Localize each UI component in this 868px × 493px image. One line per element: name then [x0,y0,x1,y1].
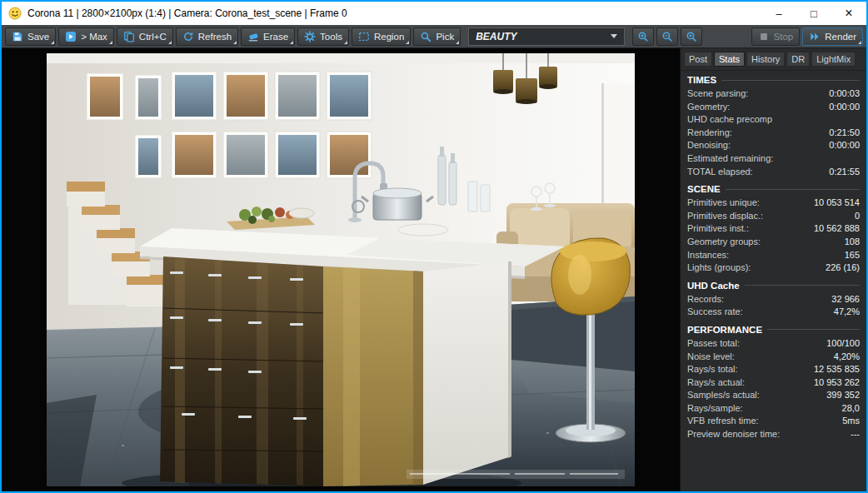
tab-dr[interactable]: DR [786,52,810,67]
title-bar: Corona 11 | 2800×2100px (1:4) | Camera: … [2,2,866,25]
render-icon [809,31,821,42]
stop-button[interactable]: Stop [751,27,801,46]
stat-label: Noise level: [687,351,735,364]
stat-row: Geometry:0:00:00 [687,101,860,114]
tools-label: Tools [320,32,342,42]
stat-label: Denoising: [687,139,731,152]
stop-icon [758,31,770,42]
stat-row: Instances:165 [687,249,860,262]
tab-stats[interactable]: Stats [714,52,745,67]
stat-value: 10 953 262 [814,376,860,390]
dropdown-caret-icon [168,41,172,44]
stat-value: 0 [855,210,860,223]
stat-value: 100/100 [826,337,860,351]
dropdown-caret-icon [858,41,861,44]
stat-row: TOTAL elapsed:0:21:55 [687,166,860,179]
tab-history[interactable]: History [746,52,785,67]
save-label: Save [27,32,49,42]
dropdown-caret-icon [51,41,54,44]
stat-value: 165 [845,249,860,262]
stats-section-header: TIMES [687,75,860,85]
stat-label: VFB refresh time: [687,415,759,428]
stat-label: UHD cache precomp [687,113,772,127]
render-viewport[interactable] [2,48,680,491]
channel-select-value: BEAUTY [476,31,516,42]
stat-value: --- [851,428,860,441]
stop-label: Stop [774,32,794,42]
stat-row: Denoising:0:00:00 [687,139,860,152]
erase-button[interactable]: Erase [241,27,295,46]
section-rule [767,329,860,330]
toolbar: Save> MaxCtrl+CRefreshEraseToolsRegionPi… [2,25,866,48]
stat-label: Primitives unique: [687,197,760,210]
stat-value: 10 562 888 [814,222,860,236]
stat-value: 12 535 835 [814,363,860,376]
gear-icon [304,31,316,42]
stat-row: Lights (groups):226 (16) [687,261,860,275]
copy-button[interactable]: Ctrl+C [117,27,173,46]
stats-section-title: SCENE [687,184,721,194]
panel-tabs: PostStatsHistoryDRLightMix [681,48,866,71]
stat-label: Rays/sample: [687,402,743,416]
stat-value: 10 053 514 [814,197,860,210]
tools-button[interactable]: Tools [297,27,349,46]
stat-row: Primitives inst.:10 562 888 [687,222,860,236]
side-panel: PostStatsHistoryDRLightMix TIMESScene pa… [680,48,866,491]
stat-row: Records:32 966 [687,293,860,306]
stats-section-title: PERFORMANCE [687,325,762,335]
to-max-button[interactable]: > Max [58,27,114,46]
stats-section-header: PERFORMANCE [687,325,860,335]
copy-icon [123,31,135,42]
stat-value: 32 966 [831,293,860,306]
stat-row: Estimated remaining: [687,152,860,166]
stat-label: Instances: [687,249,729,262]
channel-select[interactable]: BEAUTY [468,27,625,46]
stat-label: Scene parsing: [687,87,748,101]
pick-button[interactable]: Pick [413,27,461,46]
save-button[interactable]: Save [5,27,56,46]
stat-label: Geometry groups: [687,236,761,249]
erase-icon [247,31,259,42]
zoom-reset-icon [686,31,697,42]
render-button[interactable]: Render [802,27,863,46]
maximize-button[interactable]: □ [796,2,831,25]
stat-value: 5ms [842,415,860,428]
stat-label: Rays/s actual: [687,376,745,390]
stat-label: Geometry: [687,101,730,114]
stat-value: 0:00:00 [829,139,860,152]
stat-label: Preview denoiser time: [687,428,780,441]
region-button[interactable]: Region [352,27,411,46]
minimize-button[interactable]: – [761,2,796,25]
dropdown-caret-icon [344,41,347,44]
zoom-reset-button[interactable] [681,27,702,46]
close-button[interactable]: × [831,2,866,25]
stat-value: 226 (16) [826,261,860,275]
section-rule [721,80,860,81]
to-max-label: > Max [81,32,107,42]
smiley-icon [8,7,22,20]
stat-label: Rendering: [687,127,732,140]
zoom-out-button[interactable] [656,27,678,46]
refresh-icon [182,31,194,42]
stat-row: Noise level:4,20% [687,351,860,364]
refresh-button[interactable]: Refresh [176,27,238,46]
dropdown-caret-icon [109,41,112,44]
stat-label: Lights (groups): [687,261,751,275]
stat-row: Samples/s actual:399 352 [687,389,860,402]
stat-row: UHD cache precomp [687,113,860,127]
zoom-in-button[interactable] [632,27,654,46]
tab-post[interactable]: Post [684,52,712,67]
region-label: Region [374,32,404,42]
vfb-window: Corona 11 | 2800×2100px (1:4) | Camera: … [0,0,868,493]
stat-row: Success rate:47,2% [687,306,860,319]
stat-row: Scene parsing:0:00:03 [687,87,860,101]
dropdown-caret-icon [290,41,293,44]
stat-label: Primitives inst.: [687,222,749,236]
stat-value: 0:00:00 [829,101,860,114]
dropdown-caret-icon [233,41,237,44]
stat-label: Success rate: [687,306,743,319]
stat-label: Samples/s actual: [687,389,760,402]
tab-lightmix[interactable]: LightMix [811,52,856,67]
stat-label: Rays/s total: [687,363,738,376]
stat-value: 0:21:55 [829,166,860,179]
